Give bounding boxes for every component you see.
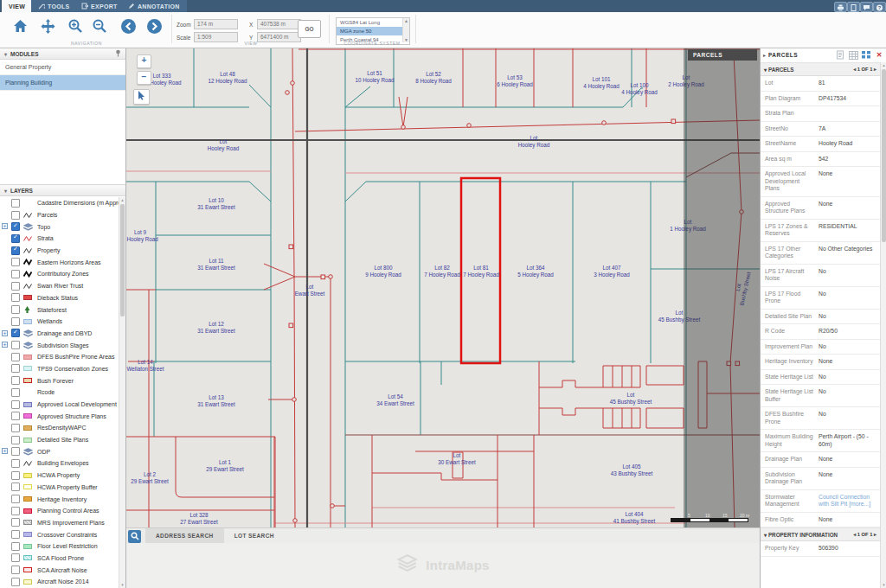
tab-view[interactable]: VIEW bbox=[2, 0, 32, 12]
map-zoom-out-button[interactable]: − bbox=[137, 71, 151, 85]
scroll-up-icon[interactable]: ▲ bbox=[404, 18, 408, 23]
layer-item[interactable]: +ODP bbox=[0, 445, 119, 457]
pin-icon[interactable] bbox=[115, 49, 121, 58]
layer-item[interactable]: Property bbox=[0, 245, 119, 257]
page-button[interactable] bbox=[847, 2, 860, 12]
scroll-down-icon[interactable]: ▾ bbox=[881, 582, 886, 588]
layer-checkbox[interactable] bbox=[11, 530, 20, 539]
close-icon[interactable]: ✕ bbox=[874, 50, 884, 60]
layer-item[interactable]: ResDensityWAPC bbox=[0, 422, 119, 434]
layer-item[interactable]: Bush Forever bbox=[0, 374, 119, 387]
next-extent-button[interactable] bbox=[146, 18, 163, 35]
parcels-map-tab[interactable]: PARCELS bbox=[688, 49, 757, 61]
layer-item[interactable]: Floor Level Restriction bbox=[0, 540, 119, 553]
layer-item[interactable]: SCA Aircraft Noise bbox=[0, 564, 119, 576]
zoom-input[interactable]: 174 m bbox=[194, 19, 238, 29]
section-header[interactable]: ▾ PARCELS◂ 1 OF 1 ▸ bbox=[761, 62, 880, 76]
coordinate-option[interactable]: WGS84 Lat Long bbox=[337, 18, 409, 27]
layer-checkbox[interactable] bbox=[11, 222, 20, 231]
tab-annotation[interactable]: ANNOTATION bbox=[121, 0, 187, 12]
layer-checkbox[interactable] bbox=[11, 483, 20, 491]
tab-address-search[interactable]: ADDRESS SEARCH bbox=[145, 528, 224, 544]
layer-item[interactable]: Parcels bbox=[0, 209, 119, 221]
home-button[interactable] bbox=[12, 18, 29, 35]
coordinate-scrollbar[interactable]: ▲▼ bbox=[402, 18, 409, 42]
search-button[interactable] bbox=[128, 530, 141, 543]
layer-item[interactable]: Approved Structure Plans bbox=[0, 410, 119, 422]
layer-item[interactable]: Planning Control Areas bbox=[0, 505, 119, 517]
tab-export[interactable]: EXPORT bbox=[74, 0, 125, 12]
go-button[interactable]: GO bbox=[298, 20, 321, 38]
expander-plus-icon[interactable]: + bbox=[2, 330, 8, 336]
layer-checkbox[interactable] bbox=[11, 317, 20, 326]
scroll-up-icon[interactable]: ▴ bbox=[881, 62, 886, 68]
layer-item[interactable]: Stateforest bbox=[0, 304, 119, 316]
layer-item[interactable]: MRS Improvement Plans bbox=[0, 517, 119, 529]
layer-checkbox[interactable] bbox=[11, 246, 20, 255]
layer-item[interactable]: Contributory Zones bbox=[0, 268, 119, 280]
layer-checkbox[interactable] bbox=[11, 542, 20, 551]
scroll-thumb[interactable] bbox=[120, 204, 125, 316]
layer-checkbox[interactable] bbox=[11, 495, 20, 503]
modules-panel-header[interactable]: ▾ MODULES bbox=[0, 48, 125, 60]
pager-next-icon[interactable]: ▸ bbox=[872, 67, 876, 72]
expand-caret-icon[interactable]: ▸ bbox=[763, 52, 766, 58]
layer-item[interactable]: Eastern Horizons Areas bbox=[0, 256, 119, 268]
layer-checkbox[interactable] bbox=[11, 424, 20, 432]
layer-checkbox[interactable] bbox=[11, 211, 20, 220]
layers-scrollbar[interactable]: ▴ ▾ bbox=[119, 197, 125, 588]
layer-checkbox[interactable] bbox=[11, 353, 20, 361]
table-view-icon[interactable] bbox=[848, 50, 858, 60]
tab-lot-search[interactable]: LOT SEARCH bbox=[224, 528, 285, 544]
expand-grid-icon[interactable] bbox=[861, 50, 871, 60]
layer-item[interactable]: TPS9 Conservation Zones bbox=[0, 363, 119, 375]
layer-checkbox[interactable] bbox=[11, 364, 20, 373]
map-select-tool-button[interactable] bbox=[133, 89, 150, 105]
layer-item[interactable]: Aircraft Noise 2014 bbox=[0, 576, 119, 588]
layer-item[interactable]: SCA Flood Prone bbox=[0, 553, 119, 565]
map-zoom-in-button[interactable]: + bbox=[137, 54, 151, 68]
zoom-in-button[interactable] bbox=[67, 18, 84, 35]
layer-item[interactable]: Heritage Inventory bbox=[0, 493, 119, 505]
layer-item[interactable]: Strata bbox=[0, 233, 119, 245]
pager-next-icon[interactable]: ▸ bbox=[872, 532, 876, 537]
layer-item[interactable]: Crossover Constraints bbox=[0, 528, 119, 540]
layer-checkbox[interactable] bbox=[11, 459, 20, 468]
layer-checkbox[interactable] bbox=[11, 234, 20, 243]
previous-extent-button[interactable] bbox=[120, 18, 137, 35]
section-header[interactable]: ▾ PROPERTY INFORMATION◂ 1 OF 1 ▸ bbox=[761, 527, 880, 541]
layer-item[interactable]: Detailed Site Plans bbox=[0, 434, 119, 446]
layer-checkbox[interactable] bbox=[11, 566, 20, 574]
zoom-out-button[interactable] bbox=[92, 18, 108, 35]
print-button[interactable] bbox=[834, 2, 847, 12]
layer-checkbox[interactable] bbox=[11, 400, 20, 409]
field-value[interactable]: Council Connection with Silt Pit [more..… bbox=[819, 494, 880, 508]
layer-checkbox[interactable] bbox=[11, 376, 20, 385]
map-viewport[interactable]: PARCELS + − 05101520 m Lot 33314 Hooley … bbox=[125, 48, 760, 527]
x-input[interactable]: 407538 m bbox=[257, 19, 301, 29]
layers-panel-header[interactable]: ▾ LAYERS bbox=[0, 184, 125, 196]
layer-checkbox[interactable] bbox=[11, 471, 20, 480]
layer-item[interactable]: Dieback Status bbox=[0, 292, 119, 304]
layer-item[interactable]: Wetlands bbox=[0, 316, 119, 328]
layer-checkbox[interactable] bbox=[11, 412, 20, 420]
layer-checkbox[interactable] bbox=[11, 329, 20, 337]
layer-item[interactable]: +Subdivision Stages bbox=[0, 339, 119, 351]
layer-checkbox[interactable] bbox=[11, 199, 20, 208]
layer-item[interactable]: HCWA Property bbox=[0, 470, 119, 482]
module-item-planning-building[interactable]: Planning Building bbox=[0, 75, 125, 91]
layer-checkbox[interactable] bbox=[11, 388, 20, 397]
module-item-general-property[interactable]: General Property bbox=[0, 60, 125, 75]
report-page-icon[interactable] bbox=[835, 50, 845, 60]
panel-scrollbar[interactable]: ▴ ▾ bbox=[880, 62, 886, 588]
layer-checkbox[interactable] bbox=[11, 270, 20, 278]
layer-item[interactable]: Rcode bbox=[0, 387, 119, 399]
layer-checkbox[interactable] bbox=[11, 305, 20, 314]
scroll-up-icon[interactable]: ▴ bbox=[119, 197, 125, 203]
layer-item[interactable]: +Topo bbox=[0, 220, 119, 233]
layer-checkbox[interactable] bbox=[11, 341, 20, 349]
layer-item[interactable]: Approved Local Development Pla... bbox=[0, 399, 119, 411]
expander-plus-icon[interactable]: + bbox=[2, 342, 8, 348]
expander-plus-icon[interactable]: + bbox=[2, 223, 8, 229]
layer-item[interactable]: +Drainage and DBYD bbox=[0, 328, 119, 340]
